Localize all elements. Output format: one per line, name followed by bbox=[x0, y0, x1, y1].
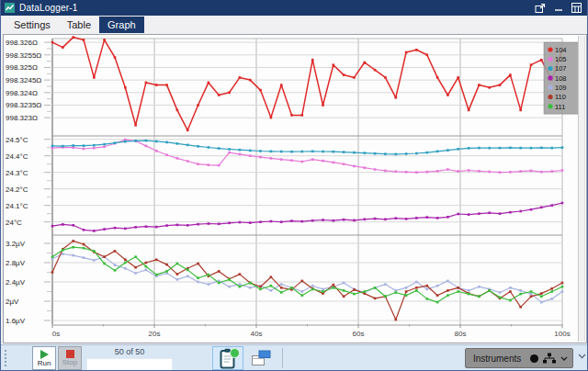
svg-text:998.3255Ω: 998.3255Ω bbox=[6, 51, 41, 60]
instruments-button[interactable]: Instruments bbox=[465, 348, 573, 368]
svg-text:1.6µV: 1.6µV bbox=[6, 317, 26, 325]
notification-badge bbox=[230, 348, 240, 358]
svg-text:24.3°C: 24.3°C bbox=[6, 169, 28, 177]
legend-item: 108 bbox=[555, 74, 567, 83]
svg-text:80s: 80s bbox=[455, 330, 467, 338]
minimize-icon[interactable] bbox=[552, 3, 564, 14]
run-button[interactable]: Run bbox=[32, 346, 56, 370]
svg-text:998.324Ω: 998.324Ω bbox=[6, 89, 38, 97]
svg-text:24.5°C: 24.5°C bbox=[6, 136, 28, 144]
stop-button[interactable]: Stop bbox=[58, 346, 82, 370]
new-window-icon bbox=[251, 350, 271, 367]
legend-item: 107 bbox=[555, 64, 567, 73]
window-controls bbox=[534, 3, 582, 14]
chevron-down-icon bbox=[560, 356, 568, 361]
svg-text:998.325Ω: 998.325Ω bbox=[6, 63, 38, 72]
progress: 50 of 50 bbox=[86, 347, 173, 371]
svg-text:100s: 100s bbox=[554, 330, 570, 338]
network-icon bbox=[543, 353, 556, 364]
toolbar: Run Stop 50 of 50 bbox=[1, 344, 587, 371]
svg-text:998.3245Ω: 998.3245Ω bbox=[6, 76, 41, 84]
stop-label: Stop bbox=[62, 359, 77, 366]
graph-panel: 0s20s40s60s80s100s998.326Ω998.3255Ω998.3… bbox=[3, 34, 587, 343]
grid-icon[interactable] bbox=[571, 3, 582, 14]
svg-text:2.4µV: 2.4µV bbox=[6, 278, 26, 287]
notes-button[interactable] bbox=[212, 346, 243, 370]
svg-text:24°C: 24°C bbox=[6, 219, 22, 227]
legend-item: 110 bbox=[555, 93, 566, 101]
run-label: Run bbox=[38, 360, 51, 367]
instruments-label: Instruments bbox=[473, 354, 530, 364]
panel-splitter[interactable] bbox=[578, 36, 585, 342]
svg-text:998.326Ω: 998.326Ω bbox=[6, 39, 38, 47]
progress-bar bbox=[86, 358, 173, 371]
svg-text:0s: 0s bbox=[52, 330, 60, 338]
chart-plot: 0s20s40s60s80s100s998.326Ω998.3255Ω998.3… bbox=[4, 35, 586, 343]
app-window: DataLogger-1 Settings Table Graph 0s20s4… bbox=[0, 0, 588, 371]
popout-icon[interactable] bbox=[534, 3, 546, 14]
new-window-button[interactable] bbox=[248, 348, 274, 369]
play-icon bbox=[40, 350, 49, 359]
svg-text:60s: 60s bbox=[353, 330, 365, 338]
tab-settings[interactable]: Settings bbox=[6, 17, 59, 33]
tab-table[interactable]: Table bbox=[59, 17, 99, 33]
svg-text:24.2°C: 24.2°C bbox=[6, 186, 28, 194]
toolbar-grip-handle[interactable] bbox=[5, 350, 6, 366]
svg-text:998.323Ω: 998.323Ω bbox=[6, 114, 38, 122]
toolbar-overflow-chevron[interactable] bbox=[578, 354, 586, 359]
svg-text:24.1°C: 24.1°C bbox=[6, 202, 28, 210]
tab-bar: Settings Table Graph bbox=[1, 16, 587, 33]
legend-item: 109 bbox=[555, 84, 567, 92]
progress-text: 50 of 50 bbox=[86, 347, 173, 357]
instrument-status-icon bbox=[530, 354, 538, 363]
svg-text:40s: 40s bbox=[251, 330, 263, 338]
titlebar: DataLogger-1 bbox=[1, 0, 587, 16]
tab-graph[interactable]: Graph bbox=[99, 17, 144, 33]
legend-item: 105 bbox=[555, 55, 567, 63]
svg-text:998.3235Ω: 998.3235Ω bbox=[6, 101, 41, 109]
svg-text:2.8µV: 2.8µV bbox=[6, 259, 26, 267]
svg-text:20s: 20s bbox=[149, 330, 161, 338]
toolbar-separator bbox=[282, 348, 283, 368]
window-title: DataLogger-1 bbox=[19, 3, 78, 13]
legend-item: 104 bbox=[555, 46, 567, 54]
svg-text:2µV: 2µV bbox=[6, 298, 19, 306]
legend-item: 111 bbox=[555, 103, 565, 111]
svg-text:3.2µV: 3.2µV bbox=[6, 240, 26, 248]
stop-icon bbox=[66, 350, 74, 358]
app-icon bbox=[5, 3, 15, 13]
svg-text:24.4°C: 24.4°C bbox=[6, 152, 28, 161]
